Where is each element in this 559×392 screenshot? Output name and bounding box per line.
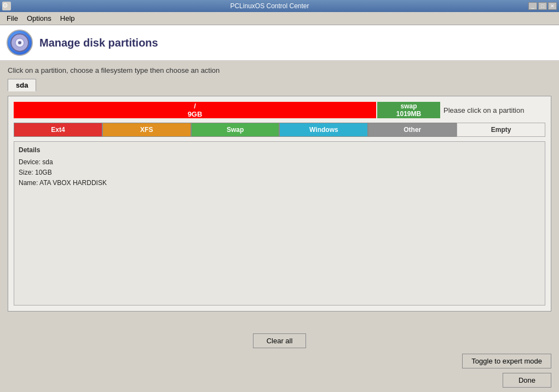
app-icon: ⚙	[2, 2, 11, 10]
clear-all-button[interactable]: Clear all	[253, 333, 307, 348]
fs-windows-legend: Windows	[279, 123, 368, 137]
app-logo	[7, 30, 33, 56]
partition-root-label: /	[194, 102, 196, 110]
fs-legend: Ext4 XFS Swap Windows Other Empty	[14, 123, 545, 137]
partition-status: Please click on a partition	[441, 102, 545, 118]
details-title: Details	[19, 146, 540, 154]
details-size: Size: 10GB	[19, 168, 540, 178]
details-section: Details Device: sda Size: 10GB Name: ATA…	[14, 141, 545, 305]
fs-swap-legend: Swap	[191, 123, 280, 137]
partition-bar-row: / 9GB swap 1019MB Please click on a part…	[14, 102, 545, 118]
expert-bar: Toggle to expert mode	[0, 351, 559, 371]
instruction-text: Click on a partition, choose a filesyste…	[8, 66, 551, 74]
fs-ext4-legend: Ext4	[14, 123, 102, 137]
done-button[interactable]: Done	[503, 373, 551, 388]
details-name: Name: ATA VBOX HARDDISK	[19, 178, 540, 188]
menu-options[interactable]: Options	[22, 13, 56, 24]
partition-swap[interactable]: swap 1019MB	[377, 102, 440, 118]
restore-button[interactable]: □	[538, 2, 547, 10]
fs-empty-legend: Empty	[457, 123, 545, 137]
close-button[interactable]: ✕	[548, 2, 557, 10]
menu-help[interactable]: Help	[56, 13, 79, 24]
done-bar: Done	[0, 371, 559, 392]
menu-file[interactable]: File	[2, 13, 22, 24]
fs-xfs-legend: XFS	[102, 123, 191, 137]
minimize-button[interactable]: _	[528, 2, 537, 10]
details-device: Device: sda	[19, 157, 540, 168]
fs-other-legend: Other	[368, 123, 457, 137]
window-title: PCLinuxOS Control Center	[11, 2, 528, 10]
partition-swap-label: swap	[400, 102, 417, 110]
titlebar: ⚙ PCLinuxOS Control Center _ □ ✕	[0, 0, 559, 12]
tab-sda[interactable]: sda	[8, 79, 36, 91]
main-content: Click on a partition, choose a filesyste…	[0, 61, 559, 329]
partition-swap-size: 1019MB	[396, 110, 421, 118]
page-title: Manage disk partitions	[39, 37, 158, 49]
app-header: Manage disk partitions	[0, 25, 559, 61]
partition-container: / 9GB swap 1019MB Please click on a part…	[8, 96, 551, 312]
partition-root-size: 9GB	[188, 110, 203, 118]
window-controls: _ □ ✕	[528, 2, 557, 10]
details-box: Details Device: sda Size: 10GB Name: ATA…	[14, 141, 545, 305]
svg-point-2	[18, 41, 21, 44]
menubar: File Options Help	[0, 12, 559, 25]
bottom-bar: Clear all	[0, 329, 559, 351]
disk-tabs: sda	[8, 79, 551, 91]
toggle-expert-button[interactable]: Toggle to expert mode	[462, 354, 551, 368]
partition-root[interactable]: / 9GB	[14, 102, 376, 118]
